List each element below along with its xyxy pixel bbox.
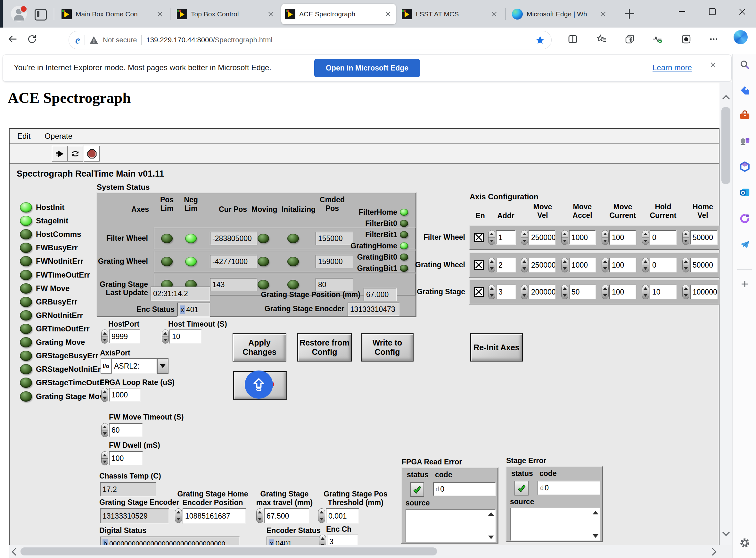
- axisport-select[interactable]: ASRL2:: [111, 358, 157, 374]
- axis3-move-vel-input[interactable]: 200000: [529, 285, 556, 299]
- menu-operate[interactable]: Operate: [45, 132, 73, 141]
- axis2-enable-checkbox[interactable]: [474, 260, 484, 270]
- sidebar-outlook-button[interactable]: [739, 186, 751, 198]
- axis2-move-accel-spinner[interactable]: [561, 258, 568, 273]
- axis3-move-vel-spinner[interactable]: [521, 285, 528, 299]
- reinit-axes-button[interactable]: Re-Init Axes: [470, 333, 523, 361]
- scroll-down-arrow[interactable]: [722, 528, 730, 536]
- axis3-move-current-input[interactable]: 100: [609, 285, 636, 299]
- scroll-right-arrow[interactable]: [709, 548, 716, 555]
- hostport-spinner[interactable]: [101, 329, 108, 344]
- axis2-move-vel-spinner[interactable]: [521, 258, 528, 273]
- touch-keyboard-overlay[interactable]: [245, 371, 273, 399]
- sidebar-tools-button[interactable]: [739, 110, 751, 121]
- axis1-move-vel-input[interactable]: 250000: [529, 230, 556, 245]
- scroll-left-arrow[interactable]: [11, 548, 19, 555]
- axis2-hold-current-spinner[interactable]: [642, 258, 649, 273]
- tab-lsst-at-mcs[interactable]: LSST AT MCS: [398, 4, 502, 24]
- favorites-button[interactable]: [595, 32, 609, 46]
- axis1-move-current-input[interactable]: 100: [609, 230, 636, 245]
- axis2-hold-current-input[interactable]: 0: [650, 258, 677, 273]
- sidebar-games-button[interactable]: [739, 135, 751, 147]
- axis3-addr-input[interactable]: 3: [496, 285, 516, 299]
- host-timeout-input[interactable]: 10: [169, 329, 201, 344]
- axis2-move-accel-input[interactable]: 1000: [569, 258, 596, 273]
- tab-close-icon[interactable]: [384, 10, 392, 18]
- sidebar-drop-button[interactable]: [739, 239, 751, 250]
- axis2-addr-input[interactable]: 2: [496, 258, 516, 273]
- gs-max-travel-spinner[interactable]: [256, 508, 263, 523]
- horizontal-scroll-thumb[interactable]: [21, 548, 437, 555]
- axis1-hold-current-input[interactable]: 0: [650, 230, 677, 245]
- sidebar-search-button[interactable]: [739, 59, 751, 71]
- axis2-home-vel-spinner[interactable]: [682, 258, 690, 273]
- favorite-star-icon[interactable]: [535, 35, 545, 45]
- back-button[interactable]: [6, 32, 20, 46]
- axis3-home-vel-spinner[interactable]: [682, 285, 690, 299]
- tab-main-box-dome[interactable]: Main Box Dome Con: [58, 4, 168, 24]
- gs-threshold-spinner[interactable]: [318, 508, 325, 523]
- fpga-error-status-button[interactable]: [410, 482, 424, 497]
- workspaces-icon[interactable]: [35, 9, 47, 21]
- abort-button[interactable]: [84, 146, 100, 161]
- scroll-up-icon[interactable]: [593, 511, 598, 514]
- stage-error-source[interactable]: [510, 508, 600, 541]
- apply-changes-button[interactable]: Apply Changes: [233, 333, 287, 361]
- copilot-button[interactable]: [734, 30, 748, 44]
- scroll-down-icon[interactable]: [488, 536, 494, 539]
- axis2-move-current-spinner[interactable]: [602, 258, 609, 273]
- tab-top-box-control[interactable]: Top Box Control: [173, 4, 279, 24]
- gs-home-input[interactable]: 10885161687: [183, 508, 246, 524]
- security-label[interactable]: Not secure: [103, 36, 137, 44]
- learn-more-link[interactable]: Learn more: [652, 63, 692, 72]
- sidebar-customize-button[interactable]: [739, 278, 751, 290]
- scroll-down-icon[interactable]: [593, 534, 598, 538]
- axis3-move-accel-spinner[interactable]: [561, 285, 568, 299]
- axis1-move-current-spinner[interactable]: [602, 230, 609, 245]
- tab-close-icon[interactable]: [267, 10, 275, 18]
- scroll-up-icon[interactable]: [488, 512, 494, 516]
- restore-from-config-button[interactable]: Restore from Config: [297, 333, 352, 361]
- sidebar-shopping-button[interactable]: [739, 85, 751, 96]
- run-button[interactable]: [52, 146, 68, 161]
- axis2-move-current-input[interactable]: 100: [609, 258, 636, 273]
- fw-move-timeout-spinner[interactable]: [101, 423, 108, 437]
- axis3-enable-checkbox[interactable]: [474, 287, 484, 297]
- horizontal-scrollbar[interactable]: [9, 545, 720, 558]
- browser-essentials-button[interactable]: [650, 32, 665, 46]
- axis2-home-vel-input[interactable]: 50000: [690, 258, 718, 273]
- axis3-home-vel-input[interactable]: 100000: [690, 285, 718, 299]
- address-bar[interactable]: e Not secure 139.229.170.44:8000/Spectro…: [69, 31, 551, 49]
- tab-microsoft-edge[interactable]: Microsoft Edge | Wh: [508, 4, 611, 24]
- axis1-move-accel-input[interactable]: 1000: [569, 230, 596, 245]
- gs-max-travel-input[interactable]: 67.500: [264, 508, 309, 524]
- fw-move-timeout-input[interactable]: 60: [109, 423, 143, 437]
- write-to-config-button[interactable]: Write to Config: [361, 333, 413, 361]
- sidebar-designer-button[interactable]: [739, 213, 751, 224]
- axis1-move-vel-spinner[interactable]: [521, 230, 528, 245]
- menu-edit[interactable]: Edit: [17, 132, 30, 141]
- fpga-loop-input[interactable]: 1000: [109, 388, 141, 402]
- ie-mode-reload-button[interactable]: [679, 32, 693, 46]
- axis1-enable-checkbox[interactable]: [474, 233, 484, 242]
- axis3-move-accel-input[interactable]: 50: [569, 285, 596, 299]
- collections-button[interactable]: [623, 32, 637, 46]
- axis1-home-vel-input[interactable]: 50000: [690, 230, 718, 245]
- sidebar-m365-button[interactable]: [739, 161, 751, 172]
- vertical-scroll-thumb[interactable]: [721, 107, 730, 184]
- scroll-up-arrow[interactable]: [722, 95, 730, 103]
- sidebar-settings-button[interactable]: [739, 537, 751, 549]
- open-in-edge-button[interactable]: Open in Microsoft Edge: [314, 59, 420, 77]
- maximize-button[interactable]: [702, 3, 723, 21]
- axis3-hold-current-input[interactable]: 10: [650, 285, 677, 299]
- vertical-scrollbar[interactable]: [720, 82, 732, 545]
- axis1-home-vel-spinner[interactable]: [682, 230, 690, 245]
- tab-close-icon[interactable]: [490, 10, 498, 18]
- settings-more-button[interactable]: [707, 32, 721, 46]
- tab-close-icon[interactable]: [599, 10, 608, 18]
- fw-dwell-input[interactable]: 100: [109, 451, 143, 465]
- axis1-addr-input[interactable]: 1: [496, 230, 516, 245]
- fpga-error-source[interactable]: [406, 509, 496, 542]
- axis3-move-current-spinner[interactable]: [602, 285, 609, 299]
- axis3-hold-current-spinner[interactable]: [642, 285, 649, 299]
